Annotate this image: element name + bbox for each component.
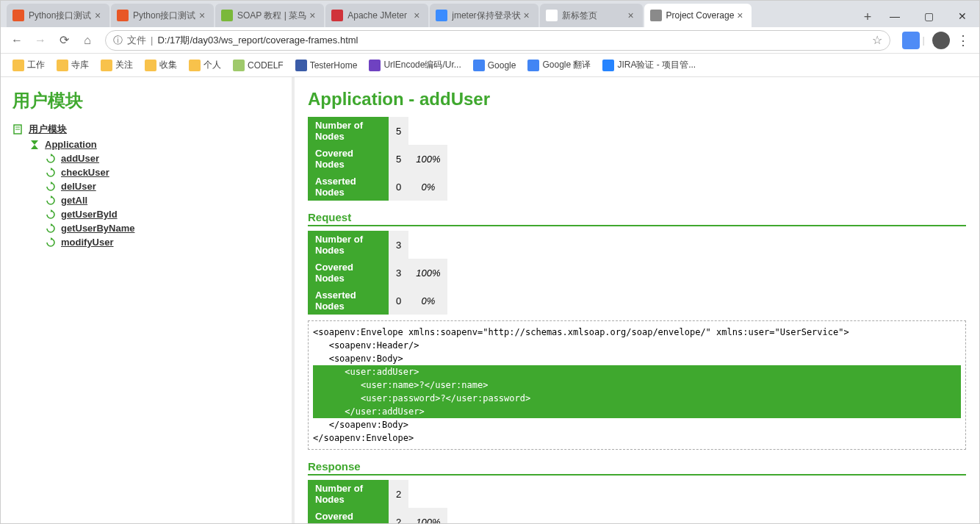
url-text: D:/17期/day03/ws_report/coverage-frames.h…: [157, 34, 871, 47]
bookmark-item[interactable]: 关注: [96, 56, 137, 74]
xml-text: <soapenv:Envelope xmlns:soapenv="http://…: [313, 327, 849, 364]
address-bar[interactable]: ⓘ 文件 | D:/17期/day03/ws_report/coverage-f…: [105, 30, 890, 51]
browser-tab[interactable]: Python接口测试×: [7, 4, 109, 27]
tree-method-link[interactable]: getUserById: [61, 209, 118, 220]
back-button[interactable]: ←: [7, 30, 27, 51]
stats-percent: 0%: [408, 173, 447, 201]
stats-percent: 100%: [408, 508, 447, 523]
tab-close-icon[interactable]: ×: [734, 10, 746, 21]
tree-method: checkUser: [45, 165, 280, 179]
home-button[interactable]: ⌂: [77, 30, 98, 51]
tab-title: 新标签页: [562, 10, 625, 22]
favicon: [117, 10, 129, 21]
menu-button[interactable]: ⋮: [953, 32, 973, 49]
bookmark-icon: [189, 60, 201, 71]
stats-label: Covered Nodes: [308, 508, 389, 523]
tree-method-link[interactable]: getAll: [61, 195, 87, 206]
bookmark-icon: [145, 60, 156, 71]
tree-root-link[interactable]: 用户模块: [29, 123, 67, 136]
bookmark-star-icon[interactable]: ☆: [872, 33, 882, 47]
stats-value: 0: [389, 287, 408, 315]
bookmark-item[interactable]: Google 翻译: [523, 56, 595, 74]
stats-row: Number of Nodes2: [308, 480, 447, 508]
stats-label: Number of Nodes: [308, 117, 389, 145]
browser-tab[interactable]: SOAP 教程 | 菜鸟×: [215, 4, 324, 27]
tree-method: modifyUser: [45, 235, 280, 249]
tree-method-link[interactable]: checkUser: [61, 167, 109, 178]
stats-label: Number of Nodes: [308, 480, 389, 508]
tab-strip: Python接口测试×Python接口测试×SOAP 教程 | 菜鸟×Apach…: [7, 1, 857, 27]
stats-value: 3: [389, 259, 408, 287]
favicon: [546, 10, 558, 21]
minimize-button[interactable]: —: [878, 5, 912, 27]
stats-label: Covered Nodes: [308, 145, 389, 173]
tree-method-link[interactable]: getUserByName: [61, 223, 134, 234]
stats-row: Number of Nodes3: [308, 231, 447, 259]
tree-method: getAll: [45, 193, 280, 207]
bookmark-icon: [12, 60, 24, 71]
main-panel: Application - addUser Number of Nodes5Co…: [295, 77, 979, 523]
browser-tab[interactable]: jmeter保持登录状×: [430, 4, 538, 27]
bookmark-label: Google 翻译: [542, 59, 591, 71]
bookmark-item[interactable]: 寺库: [52, 56, 93, 74]
favicon: [650, 10, 662, 21]
titlebar: Python接口测试×Python接口测试×SOAP 教程 | 菜鸟×Apach…: [1, 1, 979, 27]
extension-icon[interactable]: [902, 32, 920, 49]
bookmark-item[interactable]: 收集: [140, 56, 181, 74]
browser-tab[interactable]: Python接口测试×: [111, 4, 214, 27]
stats-row: Covered Nodes3100%: [308, 259, 447, 287]
bookmark-label: 收集: [159, 59, 177, 71]
tab-close-icon[interactable]: ×: [306, 10, 318, 21]
tab-close-icon[interactable]: ×: [411, 10, 422, 21]
tab-title: Project Coverage: [666, 10, 735, 21]
browser-tab[interactable]: Project Coverage×: [644, 4, 752, 27]
browser-tab[interactable]: Apache JMeter×: [325, 4, 428, 27]
reload-button[interactable]: ⟳: [54, 30, 74, 51]
stats-label: Asserted Nodes: [308, 173, 389, 201]
profile-avatar[interactable]: [932, 32, 950, 49]
cycle-icon: [45, 223, 57, 234]
request-stats-table: Number of Nodes3Covered Nodes3100%Assert…: [308, 231, 447, 315]
bookmark-item[interactable]: CODELF: [228, 57, 288, 74]
response-stats-table: Number of Nodes2Covered Nodes2100%Assert…: [308, 480, 447, 523]
overall-stats-table: Number of Nodes5Covered Nodes5100%Assert…: [308, 117, 447, 201]
bookmark-item[interactable]: UrlEncode编码/Ur...: [364, 56, 465, 74]
stats-label: Number of Nodes: [308, 231, 389, 259]
stats-value: 0: [389, 173, 408, 201]
tree-root: 用户模块: [12, 121, 280, 137]
maximize-button[interactable]: ▢: [912, 5, 945, 27]
favicon: [12, 10, 24, 21]
stats-value: 3: [389, 231, 408, 259]
tree-method-link[interactable]: addUser: [61, 153, 99, 164]
bookmark-label: 寺库: [71, 59, 89, 71]
bookmarks-bar: 工作寺库关注收集个人CODELFTesterHomeUrlEncode编码/Ur…: [1, 54, 979, 77]
bookmark-icon: [602, 60, 614, 71]
bookmark-label: JIRA验证 - 项目管...: [617, 59, 696, 71]
tab-close-icon[interactable]: ×: [92, 10, 104, 21]
browser-tab[interactable]: 新标签页×: [540, 4, 643, 27]
bookmark-item[interactable]: 个人: [184, 56, 226, 74]
close-button[interactable]: ✕: [945, 5, 979, 27]
forward-button: →: [30, 30, 51, 51]
tree-method-link[interactable]: delUser: [61, 181, 96, 192]
bookmark-item[interactable]: TesterHome: [291, 57, 362, 74]
bookmark-item[interactable]: 工作: [8, 56, 49, 74]
tab-close-icon[interactable]: ×: [196, 10, 208, 21]
bookmark-item[interactable]: JIRA验证 - 项目管...: [598, 56, 700, 74]
bookmark-label: 关注: [115, 59, 133, 71]
stats-row: Asserted Nodes00%: [308, 173, 447, 201]
bookmark-label: TesterHome: [310, 60, 358, 71]
new-tab-button[interactable]: +: [857, 7, 878, 27]
tree-app-link[interactable]: Application: [45, 139, 97, 150]
tree-method: addUser: [45, 151, 280, 165]
stats-percent: 100%: [408, 259, 447, 287]
tree-method-link[interactable]: modifyUser: [61, 237, 114, 248]
tab-close-icon[interactable]: ×: [521, 10, 533, 21]
xml-highlight: <user:addUser> <user:name>?</user:name> …: [313, 365, 961, 418]
cycle-icon: [45, 154, 57, 164]
stats-percent: 0%: [408, 287, 447, 315]
bookmark-item[interactable]: Google: [469, 57, 521, 74]
info-icon: ⓘ: [113, 34, 123, 47]
tab-close-icon[interactable]: ×: [625, 10, 637, 21]
bookmark-label: CODELF: [248, 60, 284, 71]
